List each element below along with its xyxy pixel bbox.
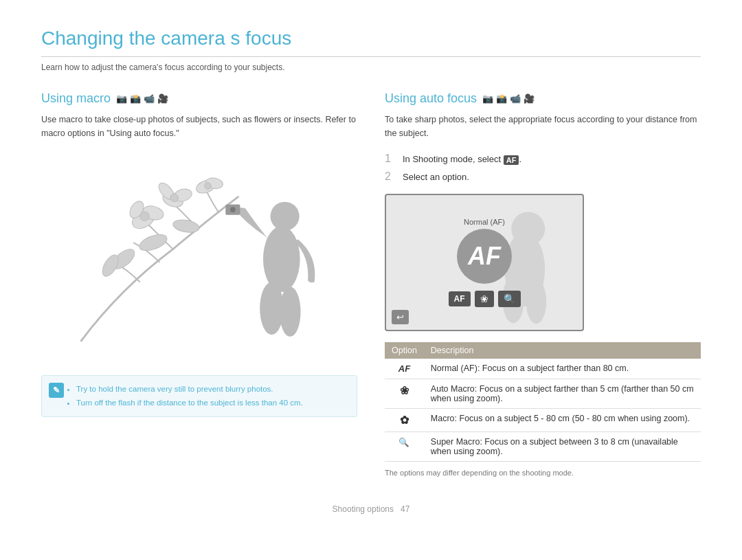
table-row: 🔍 Super Macro: Focus on a subject betwee… <box>385 432 701 462</box>
step-1-text: In Shooting mode, select <box>403 154 501 164</box>
macro-illustration <box>41 153 357 366</box>
table-row: ✿ Macro: Focus on a subject 5 - 80 cm (5… <box>385 409 701 432</box>
page-title: Changing the camera s focus <box>41 27 701 57</box>
table-cell-desc-macro: Macro: Focus on a subject 5 - 80 cm (50 … <box>424 409 701 432</box>
option-table: Option Description AF Normal (AF): Focus… <box>385 342 701 462</box>
af-supermacro-button[interactable]: 🔍 <box>498 291 521 307</box>
svg-point-14 <box>172 218 200 234</box>
page-footer: Shooting options 47 <box>41 504 701 514</box>
af-screen-mockup: Normal (AF) AF AF ❀ 🔍 ↩ <box>385 194 584 331</box>
table-header-option: Option <box>385 342 424 359</box>
page-subtitle: Learn how to adjust the camera's focus a… <box>41 63 701 72</box>
autofocus-description: To take sharp photos, select the appropr… <box>385 113 701 140</box>
svg-point-7 <box>170 194 178 202</box>
tip-item-1: Try to hold the camera very still to pre… <box>76 383 348 396</box>
macro-description: Use macro to take close-up photos of sub… <box>41 113 357 140</box>
table-header-description: Description <box>424 342 701 359</box>
af-big-icon: AF <box>457 229 512 284</box>
autofocus-section-icons: 📷 📸 📹 🎥 <box>482 93 535 104</box>
macro-section-icons: 📷 📸 📹 🎥 <box>116 93 168 104</box>
af-option-buttons: AF ❀ 🔍 <box>449 291 521 307</box>
af-automacro-button[interactable]: ❀ <box>475 291 494 307</box>
autofocus-section-title: Using auto focus 📷 📸 📹 🎥 <box>385 91 701 106</box>
svg-point-15 <box>271 202 300 231</box>
tip-box: ✎ Try to hold the camera very still to p… <box>41 375 357 417</box>
autofocus-section: Using auto focus 📷 📸 📹 🎥 To take sharp p… <box>385 91 701 477</box>
step-2-text: Select an option. <box>403 170 469 182</box>
table-cell-icon-supermacro: 🔍 <box>385 432 424 462</box>
table-row: AF Normal (AF): Focus on a subject farth… <box>385 359 701 379</box>
svg-point-16 <box>263 226 300 292</box>
tip-item-2: Turn off the flash if the distance to th… <box>76 396 348 410</box>
table-cell-desc-supermacro: Super Macro: Focus on a subject between … <box>424 432 701 462</box>
macro-title-text: Using macro <box>41 91 111 106</box>
autofocus-title-text: Using auto focus <box>385 91 477 106</box>
footer-note: The options may differ depending on the … <box>385 469 701 477</box>
svg-point-3 <box>140 212 149 221</box>
steps: 1 In Shooting mode, select AF. 2 Select … <box>385 153 701 183</box>
table-row: ❀ Auto Macro: Focus on a subject farther… <box>385 379 701 409</box>
svg-point-13 <box>137 232 169 254</box>
af-normal-button[interactable]: AF <box>449 291 471 306</box>
svg-point-10 <box>205 183 212 190</box>
macro-section: Using macro 📷 📸 📹 🎥 Use macro to take cl… <box>41 91 357 477</box>
table-cell-icon-macro: ✿ <box>385 409 424 432</box>
step-2: 2 Select an option. <box>385 170 701 183</box>
svg-point-18 <box>280 287 301 337</box>
step-1: 1 In Shooting mode, select AF. <box>385 153 701 165</box>
af-screen-inner: Normal (AF) AF AF ❀ 🔍 ↩ <box>386 195 583 330</box>
footer-page: 47 <box>401 504 409 514</box>
svg-point-20 <box>230 207 236 212</box>
table-cell-desc-normal: Normal (AF): Focus on a subject farther … <box>424 359 701 379</box>
table-cell-icon-automacro: ❀ <box>385 379 424 409</box>
table-cell-icon-af: AF <box>385 359 424 379</box>
af-back-button[interactable]: ↩ <box>392 310 409 324</box>
af-normal-label: Normal (AF) <box>464 218 505 226</box>
tip-icon: ✎ <box>49 383 64 398</box>
table-cell-desc-automacro: Auto Macro: Focus on a subject farther t… <box>424 379 701 409</box>
footer-text: Shooting options <box>333 504 394 514</box>
macro-section-title: Using macro 📷 📸 📹 🎥 <box>41 91 357 106</box>
af-badge-step1: AF <box>504 155 519 165</box>
svg-point-24 <box>526 280 546 324</box>
